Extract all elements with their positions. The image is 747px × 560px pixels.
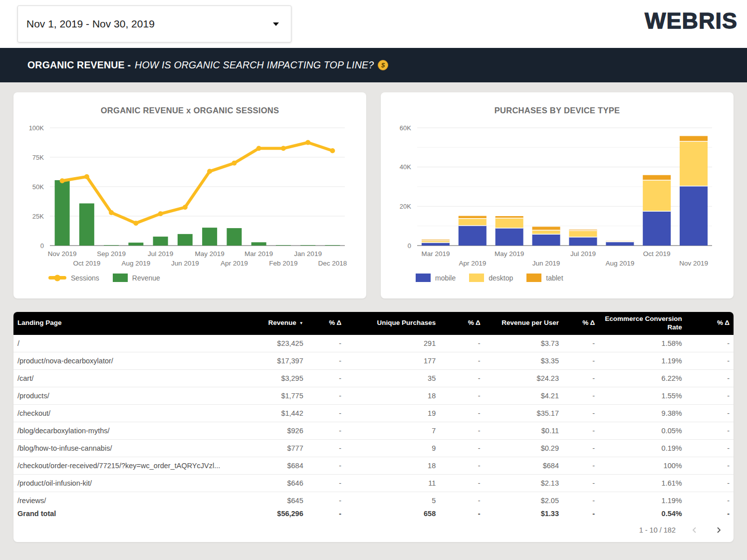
metric-cell: 100% xyxy=(599,457,686,474)
metric-cell: 0.05% xyxy=(599,422,686,439)
metric-cell: - xyxy=(686,422,734,439)
column-header-2[interactable]: % Δ xyxy=(307,312,345,335)
metric-cell: - xyxy=(440,335,484,352)
metric-cell: - xyxy=(686,492,734,509)
metric-cell: - xyxy=(440,474,484,492)
svg-text:Dec 2018: Dec 2018 xyxy=(318,260,347,267)
svg-text:Nov 2019: Nov 2019 xyxy=(48,250,77,258)
legend-label: mobile xyxy=(435,274,456,282)
metric-cell: 1.19% xyxy=(599,352,686,369)
metric-cell: - xyxy=(440,387,484,404)
landing-page-cell: /reviews/ xyxy=(13,492,243,509)
metric-cell: 9 xyxy=(345,439,440,457)
metric-cell: $3.73 xyxy=(485,335,563,352)
table-row: /blog/decarboxylation-myths/$926-7-$0.11… xyxy=(13,422,734,439)
metric-cell: - xyxy=(563,492,599,509)
metric-cell: $24.23 xyxy=(485,369,563,387)
metric-cell: - xyxy=(563,457,599,474)
column-header-label: Unique Purchases xyxy=(377,319,436,326)
metric-cell: - xyxy=(563,509,599,522)
metric-cell: 0.19% xyxy=(599,439,686,457)
svg-text:75K: 75K xyxy=(32,154,44,161)
metric-cell: - xyxy=(563,335,599,352)
column-header-7[interactable]: Ecommerce Conversion Rate xyxy=(599,312,686,335)
legend-item-desktop: desktop xyxy=(469,274,513,282)
metric-cell: $0.29 xyxy=(485,439,563,457)
svg-text:Oct 2019: Oct 2019 xyxy=(73,260,100,267)
metric-cell: - xyxy=(307,439,345,457)
report-content: ORGANIC REVENUE x ORGANIC SESSIONS 025K5… xyxy=(0,82,747,542)
landing-page-table: Landing PageRevenue▼% ΔUnique Purchases%… xyxy=(13,312,734,522)
svg-text:Jun 2019: Jun 2019 xyxy=(532,260,560,267)
column-header-0[interactable]: Landing Page xyxy=(13,312,243,335)
column-header-8[interactable]: % Δ xyxy=(686,312,734,335)
metric-cell: 5 xyxy=(345,492,440,509)
column-header-label: % Δ xyxy=(717,319,730,326)
column-header-5[interactable]: Revenue per User xyxy=(485,312,563,335)
chart-title: ORGANIC REVENUE x ORGANIC SESSIONS xyxy=(13,106,366,115)
chevron-right-icon xyxy=(715,526,723,534)
date-range-value: Nov 1, 2019 - Nov 30, 2019 xyxy=(26,18,155,30)
landing-page-cell: /checkout/ xyxy=(13,404,243,422)
metric-cell: 177 xyxy=(345,352,440,369)
grand-total-row: Grand total$56,296-658-$1.33-0.54%- xyxy=(13,509,734,522)
column-header-1[interactable]: Revenue▼ xyxy=(243,312,307,335)
landing-page-cell: /product/oil-infusion-kit/ xyxy=(13,474,243,492)
legend-label: desktop xyxy=(489,274,513,282)
column-header-6[interactable]: % Δ xyxy=(563,312,599,335)
box-swatch-icon xyxy=(526,274,541,282)
metric-cell: - xyxy=(440,352,484,369)
metric-cell: 9.38% xyxy=(599,404,686,422)
column-header-4[interactable]: % Δ xyxy=(440,312,484,335)
metric-cell: $35.17 xyxy=(485,404,563,422)
legend-label: tablet xyxy=(546,274,563,282)
metric-cell: - xyxy=(563,369,599,387)
table-row: /cart/$3,295-35-$24.23-6.22%- xyxy=(13,369,734,387)
metric-cell: - xyxy=(686,387,734,404)
svg-text:Jun 2019: Jun 2019 xyxy=(171,260,199,267)
landing-page-cell: /product/nova-decarboxylator/ xyxy=(13,352,243,369)
previous-page-button[interactable] xyxy=(690,525,700,535)
purchases-by-device-chart[interactable]: 020K40K60KMar 2019Apr 2019May 2019Jun 20… xyxy=(381,120,733,271)
svg-text:25K: 25K xyxy=(32,213,44,220)
organic-revenue-sessions-chart[interactable]: 025K50K75K100KNov 2019Oct 2019Sep 2019Au… xyxy=(14,120,366,271)
svg-text:Mar 2019: Mar 2019 xyxy=(421,250,450,258)
column-header-3[interactable]: Unique Purchases xyxy=(345,312,440,335)
table-row: /checkout/$1,442-19-$35.17-9.38%- xyxy=(13,404,734,422)
metric-cell: - xyxy=(686,474,734,492)
metric-cell: - xyxy=(686,335,734,352)
metric-cell: - xyxy=(440,509,484,522)
legend-label: Revenue xyxy=(132,274,160,282)
svg-text:100K: 100K xyxy=(29,124,44,132)
metric-cell: 19 xyxy=(345,404,440,422)
column-header-label: Revenue xyxy=(268,319,296,326)
metric-cell: 35 xyxy=(345,369,440,387)
svg-text:Nov 2019: Nov 2019 xyxy=(679,260,708,267)
metric-cell: $645 xyxy=(243,492,307,509)
sort-descending-icon: ▼ xyxy=(299,321,303,325)
table-row: /checkout/order-received/77215/?key=wc_o… xyxy=(13,457,734,474)
top-bar: Nov 1, 2019 - Nov 30, 2019 WEBRIS xyxy=(0,0,747,48)
next-page-button[interactable] xyxy=(714,525,724,535)
svg-text:Apr 2019: Apr 2019 xyxy=(221,260,248,267)
metric-cell: $3,295 xyxy=(243,369,307,387)
chevron-left-icon xyxy=(691,526,699,534)
svg-text:May 2019: May 2019 xyxy=(495,250,524,258)
landing-page-cell: /cart/ xyxy=(13,369,243,387)
line-swatch-icon xyxy=(48,276,66,280)
metric-cell: - xyxy=(563,474,599,492)
svg-text:Aug 2019: Aug 2019 xyxy=(605,260,634,267)
metric-cell: 6.22% xyxy=(599,369,686,387)
metric-cell: $0.11 xyxy=(485,422,563,439)
column-header-label: Landing Page xyxy=(17,319,62,326)
metric-cell: 1.19% xyxy=(599,492,686,509)
metric-cell: - xyxy=(307,352,345,369)
metric-cell: $1,442 xyxy=(243,404,307,422)
svg-text:60K: 60K xyxy=(400,124,411,132)
line-point-swatch xyxy=(54,275,61,281)
metric-cell: - xyxy=(686,369,734,387)
metric-cell: $56,296 xyxy=(243,509,307,522)
section-banner: ORGANIC REVENUE - HOW IS ORGANIC SEARCH … xyxy=(0,48,747,82)
date-range-selector[interactable]: Nov 1, 2019 - Nov 30, 2019 xyxy=(17,5,291,42)
metric-cell: - xyxy=(307,422,345,439)
